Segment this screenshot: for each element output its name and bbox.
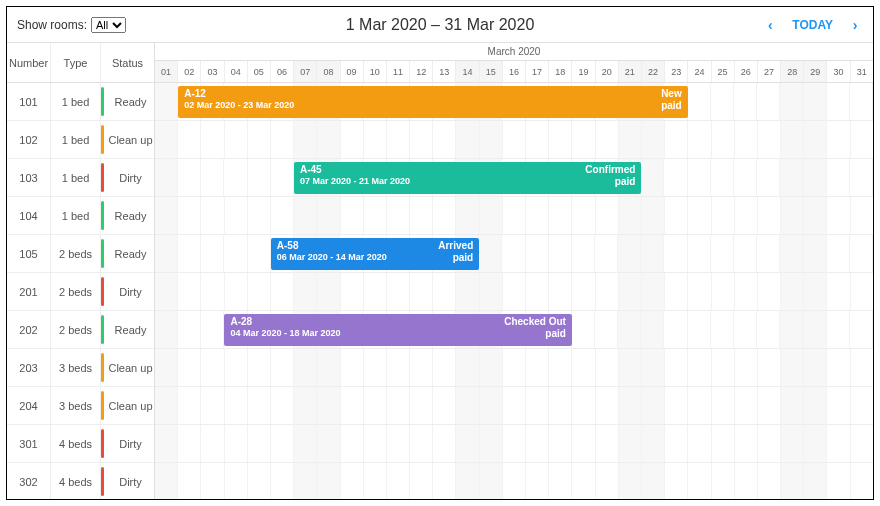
timeline-row[interactable] bbox=[155, 121, 873, 159]
timeline-row[interactable] bbox=[155, 349, 873, 387]
timeline-cell[interactable] bbox=[827, 159, 850, 196]
timeline-cell[interactable] bbox=[294, 349, 317, 386]
timeline-cell[interactable] bbox=[781, 463, 804, 499]
timeline-cell[interactable] bbox=[781, 425, 804, 462]
timeline-cell[interactable] bbox=[433, 273, 456, 310]
timeline-cell[interactable] bbox=[572, 197, 595, 234]
timeline-cell[interactable] bbox=[596, 349, 619, 386]
timeline-cell[interactable] bbox=[641, 235, 664, 272]
timeline-cell[interactable] bbox=[502, 235, 525, 272]
timeline-cell[interactable] bbox=[248, 235, 271, 272]
timeline-cell[interactable] bbox=[827, 235, 850, 272]
timeline-cell[interactable] bbox=[225, 463, 248, 499]
timeline-cell[interactable] bbox=[596, 387, 619, 424]
timeline-cell[interactable] bbox=[410, 197, 433, 234]
timeline-cell[interactable] bbox=[224, 235, 247, 272]
timeline-cell[interactable] bbox=[433, 425, 456, 462]
timeline-cell[interactable] bbox=[317, 121, 340, 158]
timeline-row[interactable]: A-4507 Mar 2020 - 21 Mar 2020Confirmedpa… bbox=[155, 159, 873, 197]
timeline-cell[interactable] bbox=[155, 273, 178, 310]
timeline-cell[interactable] bbox=[224, 159, 247, 196]
timeline-cell[interactable] bbox=[410, 121, 433, 158]
timeline-cell[interactable] bbox=[178, 349, 201, 386]
timeline-cell[interactable] bbox=[248, 121, 271, 158]
timeline-cell[interactable] bbox=[711, 235, 734, 272]
timeline-cell[interactable] bbox=[804, 197, 827, 234]
timeline-cell[interactable] bbox=[664, 159, 687, 196]
timeline-cell[interactable] bbox=[781, 387, 804, 424]
timeline-cell[interactable] bbox=[526, 349, 549, 386]
timeline-cell[interactable] bbox=[387, 463, 410, 499]
timeline-cell[interactable] bbox=[596, 273, 619, 310]
timeline-cell[interactable] bbox=[410, 349, 433, 386]
timeline-row[interactable]: A-5806 Mar 2020 - 14 Mar 2020Arrivedpaid bbox=[155, 235, 873, 273]
timeline-cell[interactable] bbox=[827, 273, 850, 310]
timeline-cell[interactable] bbox=[688, 273, 711, 310]
timeline-cell[interactable] bbox=[201, 235, 224, 272]
timeline-cell[interactable] bbox=[155, 463, 178, 499]
timeline-cell[interactable] bbox=[572, 311, 595, 348]
timeline-cell[interactable] bbox=[201, 159, 224, 196]
timeline-cell[interactable] bbox=[294, 197, 317, 234]
timeline-cell[interactable] bbox=[201, 121, 224, 158]
timeline-cell[interactable] bbox=[757, 235, 780, 272]
timeline-cell[interactable] bbox=[850, 83, 873, 120]
timeline-cell[interactable] bbox=[642, 463, 665, 499]
timeline-cell[interactable] bbox=[271, 273, 294, 310]
timeline-cell[interactable] bbox=[294, 273, 317, 310]
timeline-cell[interactable] bbox=[712, 349, 735, 386]
timeline-cell[interactable] bbox=[780, 235, 803, 272]
timeline-cell[interactable] bbox=[758, 349, 781, 386]
timeline-cell[interactable] bbox=[201, 425, 224, 462]
timeline-cell[interactable] bbox=[688, 311, 711, 348]
timeline-cell[interactable] bbox=[248, 159, 271, 196]
timeline-cell[interactable] bbox=[642, 273, 665, 310]
timeline-cell[interactable] bbox=[341, 349, 364, 386]
timeline-cell[interactable] bbox=[803, 159, 826, 196]
timeline-cell[interactable] bbox=[364, 273, 387, 310]
timeline-cell[interactable] bbox=[526, 235, 549, 272]
timeline-cell[interactable] bbox=[619, 425, 642, 462]
timeline-cell[interactable] bbox=[341, 197, 364, 234]
timeline-row[interactable] bbox=[155, 425, 873, 463]
timeline-cell[interactable] bbox=[665, 425, 688, 462]
timeline-cell[interactable] bbox=[712, 121, 735, 158]
timeline-cell[interactable] bbox=[596, 121, 619, 158]
timeline-cell[interactable] bbox=[735, 273, 758, 310]
timeline-cell[interactable] bbox=[850, 235, 873, 272]
timeline-cell[interactable] bbox=[433, 463, 456, 499]
timeline-cell[interactable] bbox=[780, 159, 803, 196]
timeline-cell[interactable] bbox=[665, 197, 688, 234]
timeline-cell[interactable] bbox=[155, 83, 178, 120]
timeline-cell[interactable] bbox=[503, 463, 526, 499]
timeline-cell[interactable] bbox=[178, 273, 201, 310]
timeline-cell[interactable] bbox=[804, 425, 827, 462]
timeline-cell[interactable] bbox=[758, 425, 781, 462]
timeline-cell[interactable] bbox=[201, 349, 224, 386]
timeline-cell[interactable] bbox=[549, 425, 572, 462]
timeline-cell[interactable] bbox=[757, 311, 780, 348]
timeline-cell[interactable] bbox=[781, 349, 804, 386]
timeline-cell[interactable] bbox=[271, 121, 294, 158]
timeline-row[interactable] bbox=[155, 197, 873, 235]
timeline-cell[interactable] bbox=[341, 273, 364, 310]
timeline-cell[interactable] bbox=[827, 311, 850, 348]
timeline-cell[interactable] bbox=[619, 387, 642, 424]
timeline-cell[interactable] bbox=[619, 273, 642, 310]
timeline-cell[interactable] bbox=[387, 425, 410, 462]
timeline-cell[interactable] bbox=[758, 121, 781, 158]
timeline-cell[interactable] bbox=[735, 463, 758, 499]
timeline-cell[interactable] bbox=[225, 273, 248, 310]
timeline-cell[interactable] bbox=[734, 311, 757, 348]
timeline-cell[interactable] bbox=[827, 463, 850, 499]
timeline-cell[interactable] bbox=[456, 349, 479, 386]
timeline-cell[interactable] bbox=[688, 197, 711, 234]
booking-bar[interactable]: A-5806 Mar 2020 - 14 Mar 2020Arrivedpaid bbox=[271, 238, 479, 270]
timeline-cell[interactable] bbox=[549, 121, 572, 158]
timeline-cell[interactable] bbox=[201, 463, 224, 499]
timeline-cell[interactable] bbox=[433, 349, 456, 386]
timeline-cell[interactable] bbox=[271, 349, 294, 386]
timeline-cell[interactable] bbox=[851, 349, 873, 386]
timeline-cell[interactable] bbox=[641, 159, 664, 196]
timeline-cell[interactable] bbox=[317, 387, 340, 424]
